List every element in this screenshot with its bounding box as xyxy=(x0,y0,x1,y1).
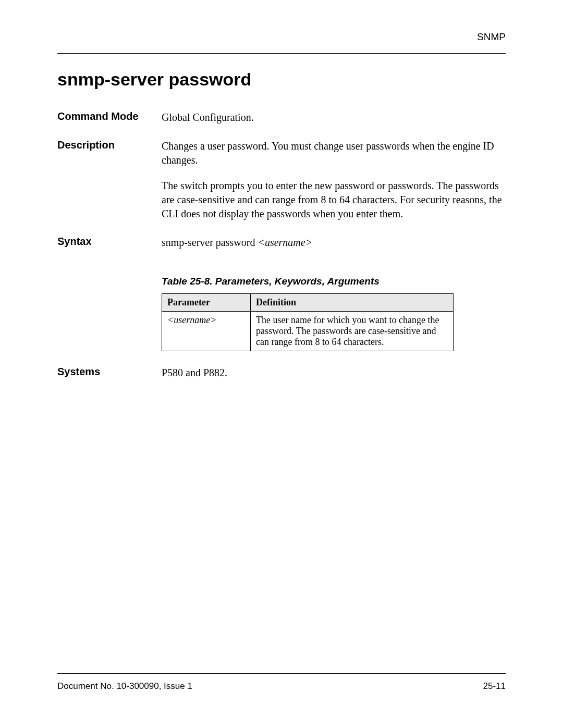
table-caption: Table 25-8. Parameters, Keywords, Argume… xyxy=(162,276,506,287)
header-rule xyxy=(57,53,506,54)
section-syntax: Syntax snmp-server password <username> xyxy=(57,236,506,250)
footer-page-number: 25-11 xyxy=(483,681,506,692)
page-title: snmp-server password xyxy=(57,69,506,90)
param-table: Parameter Definition <username> The user… xyxy=(162,293,454,351)
command-mode-label: Command Mode xyxy=(57,110,162,125)
th-parameter: Parameter xyxy=(162,294,251,312)
description-p1: Changes a user password. You must change… xyxy=(162,139,506,167)
footer-rule xyxy=(57,673,506,674)
systems-value: P580 and P882. xyxy=(162,366,506,380)
table-header-row: Parameter Definition xyxy=(162,294,454,312)
footer-row: Document No. 10-300090, Issue 1 25-11 xyxy=(57,681,506,692)
section-systems: Systems P580 and P882. xyxy=(57,366,506,380)
section-command-mode: Command Mode Global Configuration. xyxy=(57,110,506,125)
footer-doc-number: Document No. 10-300090, Issue 1 xyxy=(57,681,192,692)
syntax-label: Syntax xyxy=(57,236,162,250)
td-definition: The user name for which you want to chan… xyxy=(251,312,454,351)
syntax-content: snmp-server password <username> xyxy=(162,236,506,250)
section-description: Description Changes a user password. You… xyxy=(57,139,506,221)
param-table-wrapper: Table 25-8. Parameters, Keywords, Argume… xyxy=(162,276,506,351)
syntax-prefix: snmp-server password xyxy=(162,237,258,248)
systems-label: Systems xyxy=(57,366,162,380)
description-content: Changes a user password. You must change… xyxy=(162,139,506,221)
syntax-arg: <username> xyxy=(258,237,312,248)
td-param: <username> xyxy=(162,312,251,351)
command-mode-value: Global Configuration. xyxy=(162,110,506,125)
header-label: SNMP xyxy=(57,31,506,43)
th-definition: Definition xyxy=(251,294,454,312)
page-footer: Document No. 10-300090, Issue 1 25-11 xyxy=(57,673,506,692)
table-row: <username> The user name for which you w… xyxy=(162,312,454,351)
description-p2: The switch prompts you to enter the new … xyxy=(162,179,506,221)
description-label: Description xyxy=(57,139,162,221)
